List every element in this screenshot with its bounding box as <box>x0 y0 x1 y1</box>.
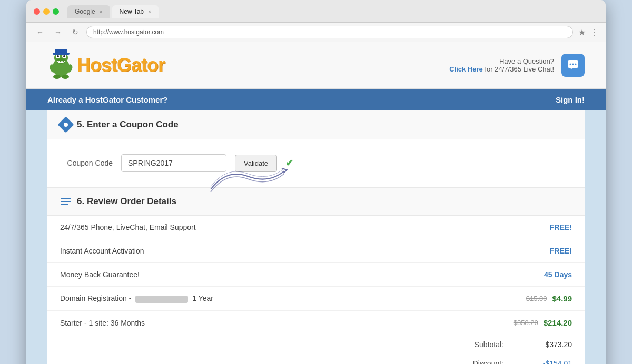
price-original: $15.00 <box>526 295 547 302</box>
customer-bar: Already a HostGator Customer? Sign In! <box>26 89 606 110</box>
tab-google[interactable]: Google × <box>67 5 110 18</box>
order-item-activation: Instant Account Activation FREE! <box>47 239 585 263</box>
order-item-price: 45 Days <box>544 270 572 279</box>
price-discounted: $214.20 <box>544 318 572 327</box>
subtotal-label: Subtotal: <box>475 340 503 349</box>
tab-newtab[interactable]: New Tab × <box>112 5 159 18</box>
order-item-price: FREE! <box>550 247 572 255</box>
discount-label: Discount: <box>473 359 503 364</box>
svg-point-13 <box>53 75 61 79</box>
order-item-support: 24/7/365 Phone, LiveChat, Email Support … <box>47 216 585 239</box>
live-chat-suffix: for 24/7/365 Live Chat! <box>485 65 554 73</box>
order-item-name: Instant Account Activation <box>60 247 144 255</box>
page-content: HostGator Have a Question? Click Here fo… <box>26 42 606 364</box>
subtotal-value: $373.20 <box>535 340 572 349</box>
coupon-body: Coupon Code Validate ✔ <box>47 139 585 187</box>
browser-toolbar: ← → ↻ http://www.hostgator.com ★ ⋮ <box>26 23 606 42</box>
svg-point-6 <box>63 55 65 57</box>
coupon-label: Coupon Code <box>60 159 113 167</box>
svg-rect-9 <box>58 61 60 63</box>
refresh-button[interactable]: ↻ <box>70 27 81 37</box>
review-section-title: 6. Review Order Details <box>77 196 176 207</box>
traffic-lights <box>34 8 59 15</box>
site-header: HostGator Have a Question? Click Here fo… <box>26 42 606 89</box>
svg-point-14 <box>62 75 69 79</box>
logo-text: HostGator <box>77 54 165 76</box>
discount-value: -$154.01 <box>535 359 572 364</box>
maximize-window-button[interactable] <box>53 8 59 15</box>
coupon-tag-dot <box>64 123 68 127</box>
price-group: $15.00 $4.99 <box>526 294 572 303</box>
order-item-starter: Starter - 1 site: 36 Months $358.20 $214… <box>47 311 585 335</box>
domain-name-blur <box>135 296 188 303</box>
sign-in-button[interactable]: Sign In! <box>556 95 585 104</box>
order-item-name: Starter - 1 site: 36 Months <box>60 319 145 327</box>
coupon-section-header: 5. Enter a Coupon Code <box>47 110 585 139</box>
list-line-1 <box>61 198 71 199</box>
menu-icon[interactable]: ⋮ <box>590 27 598 37</box>
minimize-window-button[interactable] <box>43 8 50 15</box>
price-discounted: $4.99 <box>552 294 572 303</box>
list-icon <box>60 197 72 206</box>
svg-rect-10 <box>61 61 63 63</box>
close-window-button[interactable] <box>34 8 40 15</box>
live-chat-text: Have a Question? Click Here for 24/7/365… <box>449 57 554 73</box>
live-chat-link[interactable]: Click Here <box>449 65 483 73</box>
tab-google-label: Google <box>75 8 95 15</box>
logo-area: HostGator <box>47 49 165 81</box>
order-item-name: Domain Registration - 1 Year <box>60 294 213 302</box>
bookmark-icon[interactable]: ★ <box>578 27 586 37</box>
toolbar-actions: ★ ⋮ <box>578 27 598 37</box>
order-item-domain: Domain Registration - 1 Year $15.00 $4.9… <box>47 287 585 311</box>
tab-newtab-close[interactable]: × <box>148 9 151 15</box>
price-original: $358.20 <box>514 319 538 327</box>
coupon-input[interactable] <box>121 154 226 172</box>
header-right: Have a Question? Click Here for 24/7/365… <box>449 54 585 77</box>
svg-rect-8 <box>55 49 67 54</box>
tab-newtab-label: New Tab <box>120 8 144 15</box>
main-container: 5. Enter a Coupon Code Coupon Code Valid… <box>47 110 585 364</box>
order-item-guarantee: Money Back Guarantee! 45 Days <box>47 263 585 287</box>
forward-button[interactable]: → <box>52 27 64 37</box>
browser-window: Google × New Tab × ← → ↻ http://www.host… <box>26 0 606 364</box>
list-line-3 <box>61 204 68 205</box>
coupon-section-title: 5. Enter a Coupon Code <box>77 119 179 130</box>
svg-point-18 <box>575 64 577 65</box>
live-chat-question: Have a Question? <box>449 57 554 65</box>
svg-point-16 <box>570 64 571 65</box>
back-button[interactable]: ← <box>34 27 46 37</box>
svg-point-17 <box>572 64 574 65</box>
customer-bar-message: Already a HostGator Customer? <box>47 95 167 104</box>
order-item-price: FREE! <box>550 223 572 231</box>
subtotal-row: Subtotal: $373.20 <box>47 335 585 354</box>
address-bar[interactable]: http://www.hostgator.com <box>86 26 573 38</box>
chat-bubble-icon <box>567 59 579 72</box>
svg-point-5 <box>57 55 59 57</box>
validate-button[interactable]: Validate <box>235 155 277 172</box>
list-line-2 <box>61 201 71 202</box>
browser-titlebar: Google × New Tab × <box>26 0 606 23</box>
validation-check-icon: ✔ <box>285 157 293 169</box>
discount-row: Discount: -$154.01 <box>47 354 585 364</box>
chat-icon-button[interactable] <box>561 54 585 77</box>
tabs-area: Google × New Tab × <box>67 5 598 18</box>
price-group: $358.20 $214.20 <box>514 318 572 327</box>
order-item-name: 24/7/365 Phone, LiveChat, Email Support <box>60 223 196 231</box>
tab-google-close[interactable]: × <box>100 9 103 15</box>
order-item-name: Money Back Guarantee! <box>60 270 140 279</box>
review-section-header: 6. Review Order Details <box>47 187 585 216</box>
coupon-section: 5. Enter a Coupon Code Coupon Code Valid… <box>47 110 585 187</box>
coupon-tag-icon <box>57 116 74 133</box>
logo-gator-icon <box>47 49 75 81</box>
review-order-section: 6. Review Order Details 24/7/365 Phone, … <box>47 187 585 364</box>
